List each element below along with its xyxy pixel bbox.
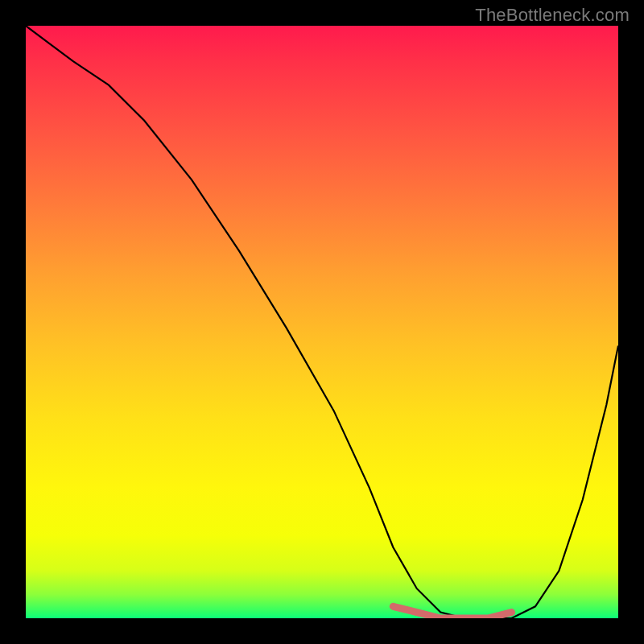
- bottleneck-curve: [26, 26, 618, 618]
- attribution-text: TheBottleneck.com: [475, 5, 630, 26]
- optimal-band-marker: [393, 606, 511, 618]
- chart-svg: [26, 26, 618, 618]
- chart-plot-area: [26, 26, 618, 618]
